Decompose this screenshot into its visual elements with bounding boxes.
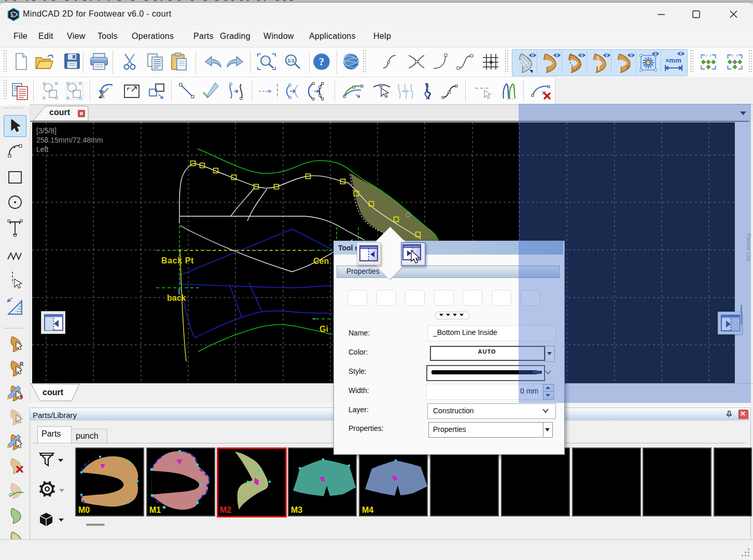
svg-text:Left: Left — [36, 145, 48, 153]
svg-text:R: R — [20, 361, 24, 367]
svg-text:[3/5/8]: [3/5/8] — [36, 127, 57, 135]
svg-text:?: ? — [319, 56, 324, 67]
svg-text:Gi: Gi — [319, 325, 328, 333]
svg-text:back: back — [167, 293, 186, 302]
svg-text:Cen: Cen — [313, 257, 329, 265]
svg-text:1:1: 1:1 — [287, 58, 294, 63]
svg-text:258.15mm/72.48mm: 258.15mm/72.48mm — [36, 136, 103, 144]
svg-text:×mm: ×mm — [665, 57, 681, 64]
svg-text:Back Pt: Back Pt — [161, 256, 194, 265]
